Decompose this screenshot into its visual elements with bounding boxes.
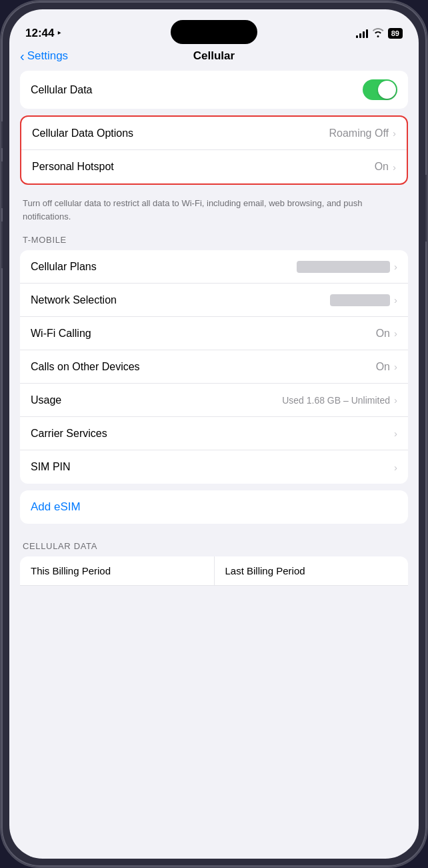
tmobile-section-header: T-MOBILE: [20, 231, 408, 250]
back-label: Settings: [27, 49, 68, 63]
this-billing-cell[interactable]: This Billing Period: [20, 556, 215, 586]
wifi-calling-value: On: [376, 328, 390, 340]
network-selection-row[interactable]: Network Selection ›: [20, 284, 408, 317]
wifi-calling-row[interactable]: Wi-Fi Calling On ›: [20, 317, 408, 350]
calls-other-value-container: On ›: [376, 361, 397, 373]
usage-value-container: Used 1.68 GB – Unlimited ›: [282, 394, 397, 406]
chevron-icon: ›: [393, 127, 396, 139]
toggle-knob: [378, 81, 396, 99]
cellular-plans-blurred: [297, 261, 390, 273]
phone-frame: 12:44 ‣ 89: [0, 0, 428, 868]
personal-hotspot-value: On: [375, 161, 389, 173]
volume-up-button: [0, 161, 3, 208]
cellular-data-label: Cellular Data: [31, 84, 92, 96]
page-title: Cellular: [193, 49, 235, 63]
personal-hotspot-label: Personal Hotspot: [32, 161, 114, 173]
calls-other-devices-row[interactable]: Calls on Other Devices On ›: [20, 350, 408, 384]
back-chevron-icon: ‹: [20, 49, 25, 63]
chevron-icon: ›: [394, 394, 397, 406]
network-selection-label: Network Selection: [31, 294, 117, 306]
carrier-services-value-container: ›: [394, 428, 397, 439]
time-display: 12:44: [25, 27, 54, 40]
sim-pin-label: SIM PIN: [31, 461, 71, 473]
battery-icon: 89: [388, 28, 403, 39]
cellular-data-options-value-container: Roaming Off ›: [329, 127, 396, 139]
chevron-icon: ›: [394, 328, 397, 339]
sim-pin-value-container: ›: [394, 462, 397, 473]
add-esim-row[interactable]: Add eSIM: [20, 490, 408, 524]
cellular-data-options-value: Roaming Off: [329, 127, 389, 139]
cellular-plans-row[interactable]: Cellular Plans ›: [20, 250, 408, 284]
calls-other-value: On: [376, 361, 390, 373]
chevron-icon: ›: [394, 462, 397, 473]
personal-hotspot-row[interactable]: Personal Hotspot On ›: [21, 150, 407, 183]
power-button: [425, 175, 428, 242]
signal-strength-icon: [356, 29, 368, 38]
chevron-icon: ›: [393, 161, 396, 173]
chevron-icon: ›: [394, 294, 397, 306]
dynamic-island: [171, 20, 257, 44]
network-selection-blurred: [330, 294, 390, 306]
tmobile-group: Cellular Plans › Network Selection ›: [20, 250, 408, 484]
navigation-bar: ‹ Settings Cellular: [9, 44, 419, 71]
usage-row[interactable]: Usage Used 1.68 GB – Unlimited ›: [20, 384, 408, 417]
battery-level: 89: [391, 29, 399, 37]
cellular-options-group: Cellular Data Options Roaming Off › Pers…: [20, 115, 408, 185]
cellular-info-text: Turn off cellular data to restrict all d…: [20, 191, 408, 231]
content-area: Cellular Data Cellular Data Options Roam…: [9, 71, 419, 586]
phone-screen: 12:44 ‣ 89: [9, 9, 419, 859]
sim-pin-row[interactable]: SIM PIN ›: [20, 450, 408, 484]
cellular-data-group: Cellular Data: [20, 71, 408, 109]
usage-label: Usage: [31, 394, 61, 406]
mute-button: [0, 121, 3, 148]
last-billing-cell[interactable]: Last Billing Period: [215, 556, 409, 586]
billing-row: This Billing Period Last Billing Period: [20, 556, 408, 586]
status-icons: 89: [356, 28, 403, 39]
wifi-calling-value-container: On ›: [376, 328, 397, 340]
wifi-icon: [372, 28, 384, 39]
chevron-icon: ›: [394, 428, 397, 439]
chevron-icon: ›: [394, 261, 397, 272]
back-button[interactable]: ‹ Settings: [20, 49, 68, 63]
add-esim-group: Add eSIM: [20, 490, 408, 524]
cellular-plans-value-container: ›: [297, 261, 397, 273]
carrier-services-row[interactable]: Carrier Services ›: [20, 417, 408, 450]
calls-other-label: Calls on Other Devices: [31, 361, 140, 373]
cellular-data-section-header: CELLULAR DATA: [20, 530, 408, 556]
cellular-data-row[interactable]: Cellular Data: [20, 71, 408, 109]
location-icon: ‣: [57, 29, 61, 38]
usage-value: Used 1.68 GB – Unlimited: [282, 395, 390, 406]
chevron-icon: ›: [394, 361, 397, 372]
personal-hotspot-value-container: On ›: [375, 161, 396, 173]
carrier-services-label: Carrier Services: [31, 428, 107, 440]
wifi-calling-label: Wi-Fi Calling: [31, 328, 91, 340]
cellular-data-options-row[interactable]: Cellular Data Options Roaming Off ›: [21, 117, 407, 150]
status-time: 12:44 ‣: [25, 27, 61, 40]
cellular-data-options-label: Cellular Data Options: [32, 127, 133, 139]
cellular-plans-label: Cellular Plans: [31, 261, 97, 273]
volume-down-button: [0, 222, 3, 268]
add-esim-label: Add eSIM: [31, 500, 81, 514]
network-selection-value-container: ›: [330, 294, 397, 306]
cellular-data-toggle[interactable]: [363, 79, 397, 100]
